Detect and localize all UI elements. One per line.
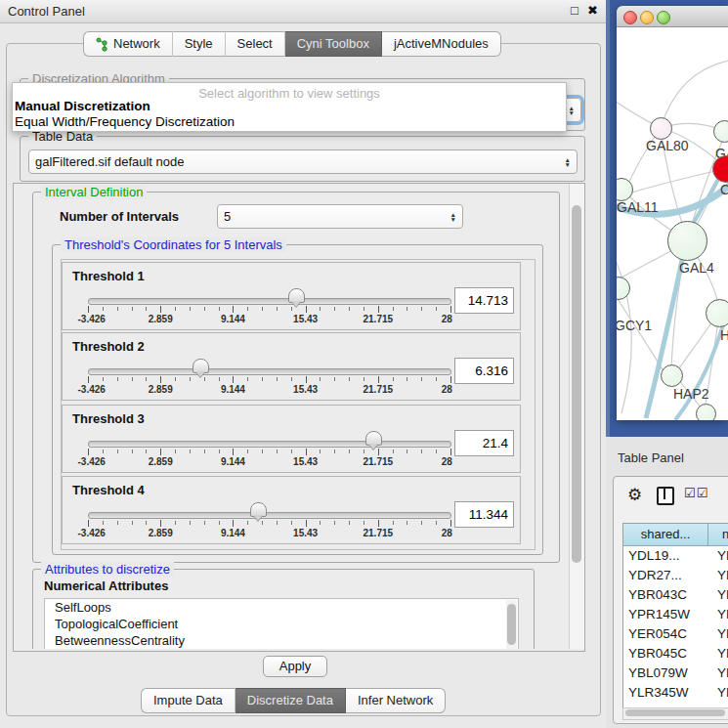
network-node-gal4[interactable] bbox=[667, 221, 707, 261]
tick-label: 9.144 bbox=[221, 456, 245, 467]
table-row[interactable]: YBL079WYBL0 bbox=[623, 664, 728, 683]
table-row[interactable]: YPR145WYPR1 bbox=[623, 605, 728, 624]
slider-thumb[interactable] bbox=[365, 431, 382, 446]
threshold-1-slider[interactable]: -3.426 2.859 9.144 15.43 21.715 28 bbox=[88, 263, 450, 329]
cell-shared-name: YER054C bbox=[628, 624, 687, 644]
split-table-icon[interactable] bbox=[657, 487, 674, 505]
table-row[interactable]: YBR043CYBR0 bbox=[623, 585, 728, 605]
tick-label: 15.43 bbox=[293, 314, 318, 324]
table-data-group: Table Data galFiltered.sif default node … bbox=[20, 136, 585, 182]
slider-ticks bbox=[88, 377, 450, 383]
table-row[interactable]: YLR345WYLR3 bbox=[623, 683, 728, 703]
tab-select[interactable]: Select bbox=[226, 31, 285, 57]
threshold-2-slider[interactable]: -3.426 2.859 9.144 15.43 21.715 28 bbox=[88, 333, 450, 400]
cell-shared-name: YBR043C bbox=[628, 585, 687, 605]
number-of-intervals-combobox[interactable]: 5 ▲▼ bbox=[217, 204, 463, 229]
tick-label: 2.859 bbox=[149, 456, 173, 467]
slider-thumb[interactable] bbox=[288, 288, 305, 303]
slider-track[interactable] bbox=[88, 441, 451, 448]
node-label: C bbox=[720, 182, 728, 197]
tab-impute-data-label: Impute Data bbox=[153, 689, 223, 712]
tick-label: 9.144 bbox=[221, 314, 245, 324]
cell-name: YBR0 bbox=[717, 644, 728, 664]
network-node-gal80[interactable] bbox=[650, 117, 672, 140]
slider-track[interactable] bbox=[88, 298, 451, 305]
table-horizontal-scrollbar[interactable] bbox=[622, 707, 728, 720]
slider-tick-labels: -3.426 2.859 9.144 15.43 21.715 28 bbox=[88, 314, 450, 325]
node-table: shared... n YDL19...YDL1 YDR27...YDR2 YB… bbox=[622, 523, 728, 709]
cell-shared-name: YBR045C bbox=[628, 644, 687, 664]
threshold-1-value-field[interactable]: 14.713 bbox=[454, 287, 514, 314]
tab-discretize-data[interactable]: Discretize Data bbox=[236, 688, 346, 713]
popup-option-equal-width[interactable]: Equal Width/Frequency Discretization bbox=[15, 114, 235, 129]
table-horizontal-scrollbar-thumb[interactable] bbox=[625, 709, 725, 716]
column-header-name[interactable]: n bbox=[708, 524, 728, 546]
table-row[interactable]: YBR045CYBR0 bbox=[623, 644, 728, 664]
numerical-attributes-label: Numerical Attributes bbox=[44, 578, 168, 593]
network-window: GAL80 GA C GAL11 GAL4 GCY1 H HAP2 bbox=[617, 6, 728, 420]
threshold-1-panel: Threshold 1 -3.426 2.859 9.144 15.43 21 bbox=[62, 262, 521, 330]
threshold-3-slider[interactable]: -3.426 2.859 9.144 15.43 21.715 28 bbox=[88, 406, 450, 472]
slider-thumb[interactable] bbox=[193, 359, 209, 373]
node-label: H bbox=[720, 327, 728, 343]
gear-icon[interactable]: ⚙ bbox=[627, 485, 642, 505]
threshold-3-value-field[interactable]: 21.4 bbox=[454, 430, 514, 456]
number-of-intervals-label: Number of Intervals bbox=[60, 209, 179, 224]
settings-scrollbar[interactable] bbox=[569, 184, 584, 649]
node-label: GAL80 bbox=[646, 138, 689, 153]
tab-discretize-data-label: Discretize Data bbox=[247, 689, 333, 712]
close-traffic-light-icon[interactable] bbox=[623, 11, 637, 24]
tab-style[interactable]: Style bbox=[173, 31, 226, 57]
control-panel-titlebar: Control Panel □ ✖ bbox=[0, 0, 606, 23]
network-node-right[interactable] bbox=[706, 299, 728, 327]
apply-button[interactable]: Apply bbox=[263, 656, 327, 677]
tick-label: 28 bbox=[442, 456, 452, 467]
node-label: GAL11 bbox=[617, 199, 659, 215]
table-row[interactable]: YDR27...YDR2 bbox=[623, 566, 728, 585]
settings-scrollbar-thumb[interactable] bbox=[572, 205, 581, 563]
list-item[interactable]: TopologicalCoefficient bbox=[45, 616, 518, 632]
network-canvas[interactable]: GAL80 GA C GAL11 GAL4 GCY1 H HAP2 bbox=[617, 27, 728, 420]
slider-track[interactable] bbox=[88, 368, 451, 375]
cell-shared-name: YDR27... bbox=[628, 566, 682, 585]
network-node-partial-bottom[interactable] bbox=[696, 404, 716, 420]
threshold-4-value-field[interactable]: 11.344 bbox=[454, 501, 514, 528]
network-window-titlebar[interactable] bbox=[617, 6, 728, 27]
cell-shared-name: YDL19... bbox=[628, 546, 680, 566]
list-item[interactable]: BetweennessCentrality bbox=[45, 632, 518, 649]
threshold-2-value-field[interactable]: 6.316 bbox=[454, 358, 514, 384]
list-item[interactable]: SelfLoops bbox=[45, 599, 518, 616]
zoom-traffic-light-icon[interactable] bbox=[657, 11, 670, 24]
table-row[interactable]: YER054CYER0 bbox=[623, 624, 728, 644]
tab-jactivemnodules[interactable]: jActiveMNodules bbox=[382, 31, 501, 57]
column-header-shared-name[interactable]: shared... bbox=[623, 524, 708, 546]
tab-network[interactable]: Network bbox=[83, 31, 173, 57]
select-columns-icon[interactable]: ☑☑ bbox=[684, 486, 708, 500]
list-scrollbar-thumb[interactable] bbox=[507, 604, 516, 645]
popup-option-manual-discretization[interactable]: Manual Discretization bbox=[15, 99, 150, 113]
tab-jactivemnodules-label: jActiveMNodules bbox=[394, 32, 489, 56]
tick-label: 28 bbox=[442, 384, 452, 395]
tab-impute-data[interactable]: Impute Data bbox=[141, 688, 236, 713]
slider-tick-labels: -3.426 2.859 9.144 15.43 21.715 28 bbox=[88, 456, 450, 468]
table-data-combobox-value: galFiltered.sif default node bbox=[35, 154, 184, 169]
tick-label: 15.43 bbox=[293, 384, 318, 395]
float-window-icon[interactable]: □ bbox=[571, 3, 578, 18]
table-row[interactable]: YDL19...YDL1 bbox=[623, 546, 728, 566]
combo-stepper-icon: ▲▼ bbox=[450, 212, 456, 222]
minimize-traffic-light-icon[interactable] bbox=[640, 11, 654, 24]
thresholds-group-title: Threshold's Coordinates for 5 Intervals bbox=[61, 237, 286, 252]
list-scrollbar[interactable] bbox=[506, 600, 517, 649]
close-icon[interactable]: ✖ bbox=[587, 3, 598, 18]
slider-thumb[interactable] bbox=[250, 502, 267, 517]
threshold-4-slider[interactable]: -3.426 2.859 9.144 15.43 21.715 28 bbox=[88, 477, 450, 543]
tab-cyni-toolbox-label: Cyni Toolbox bbox=[297, 32, 369, 56]
tick-label: -3.426 bbox=[78, 384, 106, 395]
tab-cyni-toolbox[interactable]: Cyni Toolbox bbox=[285, 31, 382, 57]
network-node-hap2[interactable] bbox=[661, 364, 683, 387]
tick-label: 15.43 bbox=[293, 456, 318, 467]
numerical-attributes-list[interactable]: SelfLoops TopologicalCoefficient Between… bbox=[44, 598, 519, 649]
table-data-combobox[interactable]: galFiltered.sif default node ▲▼ bbox=[28, 150, 578, 174]
tab-infer-network[interactable]: Infer Network bbox=[346, 688, 446, 713]
slider-track[interactable] bbox=[88, 512, 451, 519]
